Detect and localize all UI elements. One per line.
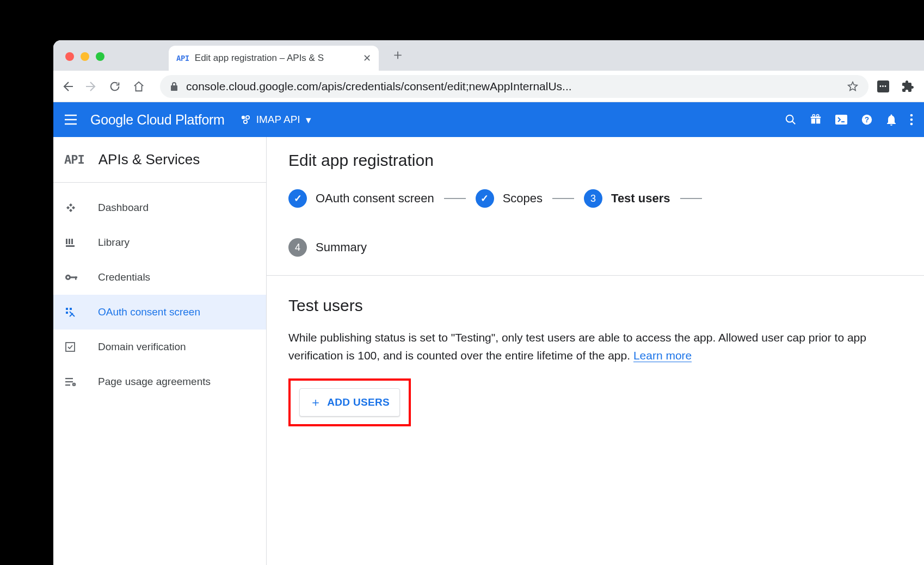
svg-point-12: [910, 114, 913, 117]
svg-rect-32: [65, 381, 73, 382]
check-icon: [288, 189, 307, 208]
bookmark-star-icon[interactable]: [847, 80, 859, 92]
gcp-body: API APIs & Services Dashboard Library: [53, 137, 924, 565]
browser-tab[interactable]: API Edit app registration – APIs & S ✕: [169, 46, 379, 71]
step-label: Scopes: [503, 191, 543, 206]
section-text: While publishing status is set to "Testi…: [288, 331, 866, 362]
sidebar-item-dashboard[interactable]: Dashboard: [53, 190, 266, 225]
add-users-label: ADD USERS: [327, 396, 390, 408]
add-users-button[interactable]: ＋ ADD USERS: [299, 388, 400, 417]
search-icon[interactable]: [785, 114, 797, 126]
window-maximize-button[interactable]: [96, 52, 104, 61]
svg-rect-9: [835, 115, 847, 125]
svg-rect-21: [71, 239, 73, 244]
sidebar-item-library[interactable]: Library: [53, 225, 266, 260]
home-button[interactable]: [133, 80, 148, 92]
extensions-puzzle-icon[interactable]: [901, 80, 916, 93]
browser-toolbar: console.cloud.google.com/apis/credential…: [53, 71, 924, 102]
svg-rect-30: [66, 343, 75, 351]
svg-text:?: ?: [865, 116, 869, 124]
new-tab-button[interactable]: ＋: [391, 45, 405, 64]
tab-title: Edit app registration – APIs & S: [195, 53, 359, 64]
lock-icon: [170, 82, 178, 91]
sidebar-item-label: OAuth consent screen: [98, 306, 200, 318]
reload-button[interactable]: [109, 80, 124, 92]
main-content: Edit app registration OAuth consent scre…: [267, 137, 924, 565]
step-scopes[interactable]: Scopes: [476, 189, 543, 208]
svg-rect-27: [66, 308, 68, 310]
gcp-header: Google Cloud Platform IMAP API ▾ ?: [53, 102, 924, 137]
sidebar-item-label: Dashboard: [98, 202, 149, 214]
sidebar-item-page-usage[interactable]: Page usage agreements: [53, 364, 266, 399]
divider: [267, 275, 924, 276]
key-icon: [65, 274, 81, 281]
api-icon: API: [64, 153, 84, 166]
step-connector: [680, 198, 702, 199]
tab-close-icon[interactable]: ✕: [363, 52, 371, 64]
svg-marker-17: [66, 206, 70, 209]
extension-icon[interactable]: •••: [877, 80, 892, 92]
add-users-highlight: ＋ ADD USERS: [288, 378, 411, 426]
svg-marker-16: [69, 209, 72, 212]
svg-rect-5: [816, 119, 820, 123]
consent-icon: [65, 307, 81, 317]
sidebar-item-domain-verification[interactable]: Domain verification: [53, 330, 266, 364]
project-name: IMAP API: [256, 114, 300, 126]
dashboard-icon: [65, 202, 81, 213]
sidebar-item-label: Page usage agreements: [98, 376, 211, 388]
sidebar-item-label: Library: [98, 237, 130, 249]
plus-icon: ＋: [310, 394, 322, 411]
window-minimize-button[interactable]: [81, 52, 89, 61]
url-text: console.cloud.google.com/apis/credential…: [186, 80, 839, 93]
svg-point-14: [910, 123, 913, 126]
sidebar-item-oauth-consent[interactable]: OAuth consent screen: [53, 295, 266, 330]
tab-favicon-icon: API: [176, 54, 189, 63]
sidebar: API APIs & Services Dashboard Library: [53, 137, 267, 565]
dropdown-icon: ▾: [306, 114, 311, 126]
gcp-logo[interactable]: Google Cloud Platform: [90, 112, 225, 128]
step-label: OAuth consent screen: [316, 191, 434, 206]
svg-rect-28: [66, 312, 68, 314]
svg-rect-29: [70, 308, 72, 310]
svg-point-1: [245, 116, 249, 119]
step-number-badge: 3: [584, 189, 602, 208]
browser-window: API Edit app registration – APIs & S ✕ ＋…: [53, 40, 924, 565]
svg-rect-22: [66, 245, 75, 247]
svg-rect-31: [65, 378, 73, 379]
step-test-users[interactable]: 3 Test users: [584, 189, 670, 208]
svg-point-8: [817, 115, 819, 117]
cloud-shell-icon[interactable]: [835, 114, 848, 125]
svg-marker-15: [69, 203, 72, 207]
step-connector: [444, 198, 466, 199]
step-oauth-consent[interactable]: OAuth consent screen: [288, 189, 434, 208]
step-summary[interactable]: 4 Summary: [288, 238, 367, 257]
window-close-button[interactable]: [65, 52, 74, 61]
verified-icon: [65, 342, 81, 352]
svg-rect-20: [69, 239, 70, 244]
learn-more-link[interactable]: Learn more: [633, 349, 692, 362]
step-connector: [552, 198, 574, 199]
svg-rect-6: [811, 117, 821, 119]
svg-point-0: [241, 116, 244, 119]
hamburger-menu-icon[interactable]: [64, 114, 77, 125]
sidebar-item-label: Domain verification: [98, 341, 186, 353]
svg-rect-33: [65, 384, 70, 386]
gift-icon[interactable]: [810, 114, 822, 126]
back-button[interactable]: [61, 80, 76, 93]
project-picker[interactable]: IMAP API ▾: [240, 114, 311, 126]
svg-rect-19: [66, 239, 67, 244]
stepper: OAuth consent screen Scopes 3 Test users…: [288, 189, 902, 257]
window-controls: [61, 52, 109, 71]
notifications-icon[interactable]: [886, 114, 897, 126]
svg-point-2: [243, 120, 247, 123]
more-vert-icon[interactable]: [910, 114, 913, 126]
help-icon[interactable]: ?: [861, 114, 873, 126]
page-title: Edit app registration: [288, 151, 902, 170]
svg-point-7: [812, 115, 815, 117]
svg-point-24: [67, 276, 69, 278]
address-bar[interactable]: console.cloud.google.com/apis/credential…: [160, 75, 868, 98]
sidebar-item-credentials[interactable]: Credentials: [53, 260, 266, 295]
forward-button[interactable]: [85, 80, 100, 93]
tab-strip: API Edit app registration – APIs & S ✕ ＋: [53, 40, 924, 71]
step-label: Test users: [611, 191, 670, 206]
